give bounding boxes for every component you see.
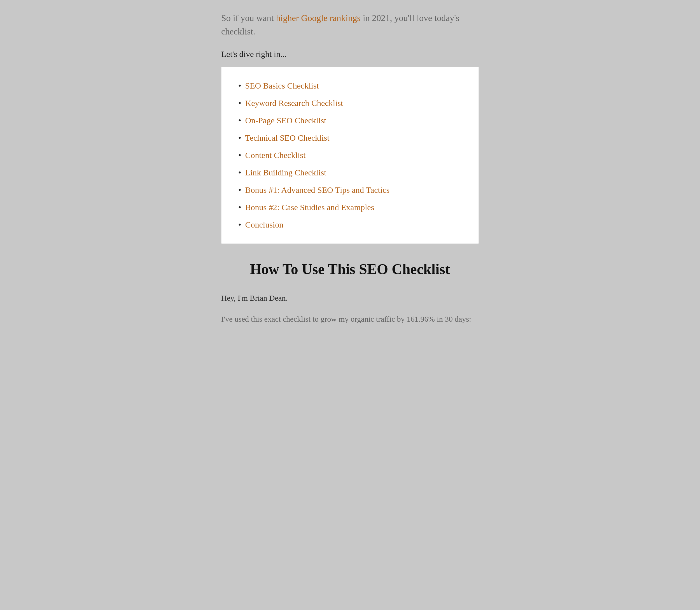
list-item: Conclusion [238, 220, 462, 229]
section-heading: How To Use This SEO Checklist [221, 261, 479, 278]
list-item: Content Checklist [238, 150, 462, 160]
toc-link-bonus-2[interactable]: Bonus #2: Case Studies and Examples [245, 203, 374, 212]
toc-list: SEO Basics Checklist Keyword Research Ch… [238, 81, 462, 229]
list-item: On-Page SEO Checklist [238, 116, 462, 125]
toc-link-technical-seo[interactable]: Technical SEO Checklist [245, 133, 330, 143]
toc-link-keyword-research[interactable]: Keyword Research Checklist [245, 98, 343, 108]
toc-link-seo-basics[interactable]: SEO Basics Checklist [245, 81, 319, 91]
dive-in-text: Let's dive right in... [221, 49, 479, 59]
greeting-text: Hey, I'm Brian Dean. [221, 292, 479, 305]
higher-google-rankings-link[interactable]: higher Google rankings [276, 13, 361, 23]
intro-text-before: So if you want [221, 13, 276, 23]
table-of-contents: SEO Basics Checklist Keyword Research Ch… [221, 67, 479, 244]
toc-link-bonus-1[interactable]: Bonus #1: Advanced SEO Tips and Tactics [245, 185, 390, 195]
list-item: Technical SEO Checklist [238, 133, 462, 143]
list-item: Keyword Research Checklist [238, 98, 462, 108]
content-wrapper: So if you want higher Google rankings in… [221, 11, 479, 599]
toc-link-on-page-seo[interactable]: On-Page SEO Checklist [245, 116, 327, 125]
list-item: Bonus #1: Advanced SEO Tips and Tactics [238, 185, 462, 195]
description-text: I've used this exact checklist to grow m… [221, 313, 479, 326]
list-item: SEO Basics Checklist [238, 81, 462, 91]
list-item: Bonus #2: Case Studies and Examples [238, 203, 462, 212]
toc-link-content[interactable]: Content Checklist [245, 150, 306, 160]
toc-link-conclusion[interactable]: Conclusion [245, 220, 284, 229]
list-item: Link Building Checklist [238, 168, 462, 177]
intro-paragraph: So if you want higher Google rankings in… [221, 11, 479, 38]
toc-link-link-building[interactable]: Link Building Checklist [245, 168, 327, 177]
